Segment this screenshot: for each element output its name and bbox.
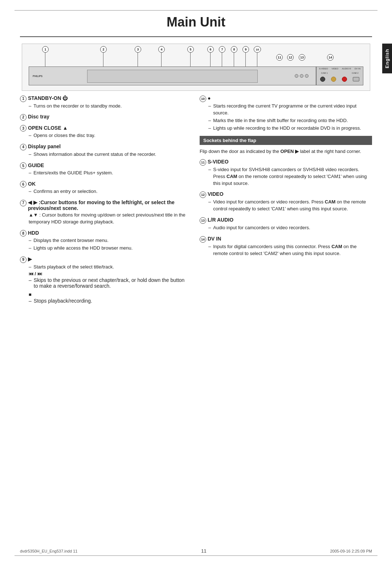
section-13-body: – Audio input for camcorders or video re… [208,225,372,231]
guide-label: GUIDE [28,162,44,168]
dvin-label: DV IN [208,236,221,242]
cam-labels: CAM 1 CAM 2 [317,72,362,74]
dash: – [208,166,211,187]
ok-text-1: Confirms an entry or selection. [33,188,97,195]
button-area [295,74,309,78]
open-close-label: OPEN CLOSE ▲ [28,125,68,131]
section-5-title: 5 GUIDE [20,162,187,169]
svideo-bullet-1: – S-video input for SVHS/Hi8 camcorders … [208,166,372,187]
dash: – [29,132,31,139]
hdd-bullet-2: – Lights up while access the HDD browser… [29,245,187,252]
connectors-row [317,74,362,84]
section-4-body: – Shows information about the current st… [29,151,187,158]
play-label: ▶ [28,256,32,262]
diagram-num-4: 4 [158,46,165,53]
standby-label: STANDBY-ON ⏻ [28,95,68,101]
num-circle-1: 1 [20,96,26,102]
stop-bullet-1: – Stops playback/recording. [29,298,187,304]
record-bullet-2: – Marks the title in the time shift buff… [208,117,372,124]
dvin-text-1: Inputs for digital camcorders using this… [213,243,372,257]
label-cam2: CAM 2 [352,72,358,74]
section-dvin: 14 DV IN – Inputs for digital camcorders… [200,236,372,257]
label-video: VIDEO [332,68,339,70]
open-close-text-1: Opens or closes the disc tray. [33,132,95,139]
section-record: 10 ● – Starts recording the current TV p… [200,95,372,132]
disc-tray [87,70,258,83]
btn-circle-2 [300,74,303,78]
skip-bullet-1: – Skips to the previous or next chapter/… [29,277,187,289]
section-display-panel: 4 Display panel – Shows information abou… [20,143,187,158]
record-bullet-1: – Starts recording the current TV progra… [208,103,372,117]
stop-label: ■ [29,292,187,297]
record-text-2: Marks the title in the time shift buffer… [213,117,348,124]
diagram-inner: 1 2 3 4 5 6 7 8 9 10 11 12 13 14 [22,44,370,90]
dash: – [208,199,211,213]
diagram-num-6: 6 [207,46,214,53]
section-cursor: 7 ◀ ▶ :Cursor buttons for moving to the … [20,199,187,226]
skip-text-1: Skips to the previous or next chapter/tr… [34,277,187,289]
guide-bullet-1: – Enters/exits the GUIDE Plus+ system. [29,170,187,177]
dash: – [29,170,31,177]
section-disc-tray: 2 Disc tray [20,114,187,121]
hdd-bullet-1: – Displays the content browser menu. [29,237,187,244]
section-1-body: – Turns on the recorder or to standby mo… [29,103,187,110]
open-close-bullet-1: – Opens or closes the disc tray. [29,132,187,139]
hdd-text-1: Displays the content browser menu. [33,237,109,244]
label-audio: AUDIO R [342,68,351,70]
num-circle-7: 7 [20,200,26,206]
display-panel-label: Display panel [28,143,61,149]
num-circle-6: 6 [20,181,26,187]
diagram-num-11: 11 [276,54,283,61]
device-body: PHILIPS [29,66,316,85]
page-border-top [15,10,377,11]
section-6-title: 6 OK [20,181,187,188]
section-2-title: 2 Disc tray [20,114,187,121]
section-9-title: 9 ▶ [20,256,187,263]
audio-label: L/R AUDIO [208,217,233,223]
right-column: 10 ● – Starts recording the current TV p… [196,95,372,308]
num-circle-14: 14 [200,236,206,243]
dash: – [29,245,31,252]
hdd-text-2: Lights up while access the HDD browser m… [33,245,132,252]
label-cam1: CAM 1 [321,72,327,74]
play-text-1: Starts playback of the select title/trac… [33,264,114,271]
svideo-label: S-VIDEO [208,159,229,165]
section-5-body: – Enters/exits the GUIDE Plus+ system. [29,170,187,177]
section-ok: 6 OK – Confirms an entry or selection. [20,181,187,195]
page-number: 11 [201,548,206,554]
diagram-num-12: 12 [287,54,294,61]
num-circle-12: 12 [200,191,206,198]
audio-text-1: Audio input for camcorders or video reco… [213,225,310,231]
diagram-num-5: 5 [187,46,194,53]
dash: – [208,117,211,124]
diagram-num-2: 2 [100,46,107,53]
device-diagram: 1 2 3 4 5 6 7 8 9 10 11 12 13 14 [22,44,370,91]
section-audio: 13 L/R AUDIO – Audio input for camcorder… [200,217,372,231]
sockets-intro: Flip down the door as indicated by the O… [200,148,372,155]
dash: – [29,264,31,271]
section-3-title: 3 OPEN CLOSE ▲ [20,125,187,132]
video-label: VIDEO [208,191,224,197]
dash: – [29,298,32,304]
num-circle-4: 4 [20,144,26,150]
section-13-title: 13 L/R AUDIO [200,217,372,224]
sockets-header: Sockets behind the flap [200,136,372,145]
footer-filename: dvdr5350H_EU_Eng537.indd 11 [20,549,77,553]
connector-labels: S-VIDEO VIDEO AUDIO R DV IN [317,68,362,70]
footer-timestamp: 2005-09-16 2:25:09 PM [330,549,372,553]
standby-bullet-1: – Turns on the recorder or to standby mo… [29,103,187,110]
btn-circle-1 [295,74,298,78]
page-title: Main Unit [20,0,372,37]
section-10-title: 10 ● [200,95,372,102]
section-14-body: – Inputs for digital camcorders using th… [208,243,372,257]
dash: – [29,237,31,244]
diagram-num-13: 13 [299,54,305,61]
btn-circle-3 [305,74,309,78]
section-7-body: ▲▼ : Cursor buttons for moving up/down o… [29,212,187,226]
video-text-1: Video input for camcorders or video reco… [213,199,372,213]
svideo-text-1: S-video input for SVHS/Hi8 camcorders or… [213,166,372,187]
cursor-label: ◀ ▶ :Cursor buttons for moving to the le… [28,199,187,211]
section-hdd: 8 HDD – Displays the content browser men… [20,230,187,252]
dash: – [208,125,211,132]
dash: – [208,103,211,117]
